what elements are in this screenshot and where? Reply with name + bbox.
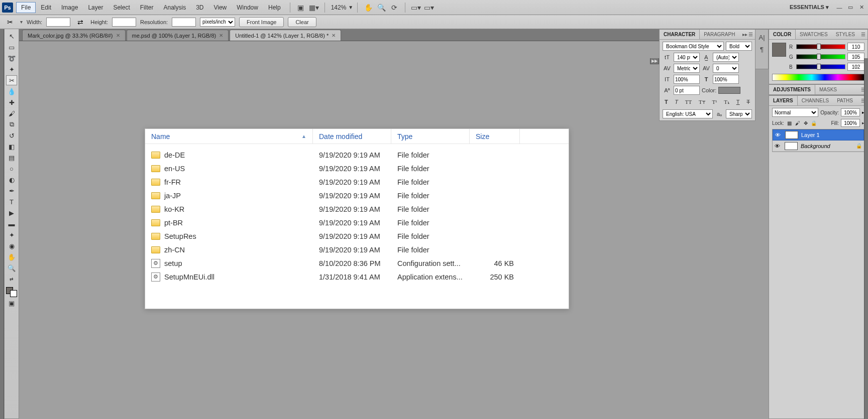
menu-image[interactable]: Image — [56, 2, 83, 13]
char-dock-icon[interactable]: A| — [757, 33, 767, 42]
view-extras-icon[interactable]: ▦▾ — [308, 3, 319, 13]
lang-select[interactable]: English: USA — [663, 109, 713, 118]
swap-icon[interactable]: ⇄ — [74, 17, 86, 28]
zoom-tool[interactable]: 🔍 — [6, 263, 17, 273]
zoom-level[interactable]: 142% — [331, 4, 347, 11]
tab-layers[interactable]: LAYERS — [769, 96, 798, 105]
arrange-icon[interactable]: ▭▾ — [410, 3, 421, 13]
shape-tool[interactable]: ▬ — [6, 219, 17, 229]
3d-camera-tool[interactable]: ◉ — [6, 241, 17, 251]
dodge-tool[interactable]: ◐ — [6, 175, 17, 185]
eraser-tool[interactable]: ◧ — [6, 142, 17, 152]
menu-view[interactable]: View — [208, 2, 232, 13]
tab-color[interactable]: COLOR — [769, 30, 796, 39]
menu-analysis[interactable]: Analysis — [158, 2, 191, 13]
para-dock-icon[interactable]: ¶ — [757, 45, 767, 54]
hscale-input[interactable] — [713, 75, 739, 84]
visibility-icon[interactable]: 👁 — [775, 132, 782, 138]
tab-channels[interactable]: CHANNELS — [798, 96, 833, 105]
width-input[interactable] — [46, 18, 70, 27]
close-icon[interactable]: ✕ — [116, 33, 120, 38]
g-slider[interactable] — [796, 54, 845, 59]
doc-tab-1[interactable]: me.psd @ 100% (Layer 1, RGB/8)✕ — [127, 30, 229, 41]
healing-tool[interactable]: ✚ — [6, 97, 17, 107]
layer-item[interactable]: 👁Background🔒 — [773, 141, 864, 152]
menu-select[interactable]: Select — [108, 2, 135, 13]
b-slider[interactable] — [796, 64, 845, 69]
menu-window[interactable]: Window — [232, 2, 263, 13]
tab-masks[interactable]: MASKS — [815, 85, 841, 94]
tab-paths[interactable]: PATHS — [833, 96, 857, 105]
brush-tool[interactable]: 🖌 — [6, 108, 17, 118]
path-select-tool[interactable]: ▶ — [6, 208, 17, 218]
menu-icon[interactable]: ☰ — [861, 32, 865, 37]
color-spectrum[interactable] — [772, 74, 864, 81]
pen-tool[interactable]: ✒ — [6, 186, 17, 196]
menu-3d[interactable]: 3D — [191, 2, 208, 13]
col-name[interactable]: Name▲ — [145, 129, 313, 144]
close-icon[interactable]: ✕ — [332, 33, 336, 38]
table-row[interactable]: pt-BR9/19/2020 9:19 AMFile folder — [145, 216, 569, 229]
kerning-select[interactable]: Metrics — [674, 64, 700, 73]
baseline-input[interactable] — [674, 86, 700, 95]
table-row[interactable]: fr-FR9/19/2020 9:19 AMFile folder — [145, 175, 569, 189]
units-select[interactable]: pixels/inch — [200, 18, 235, 27]
table-row[interactable]: en-US9/19/2020 9:19 AMFile folder — [145, 162, 569, 175]
color-swatches[interactable] — [6, 287, 17, 297]
tracking-select[interactable]: 0 — [713, 64, 739, 73]
table-row[interactable]: zh-CN9/19/2020 9:19 AMFile folder — [145, 243, 569, 256]
table-row[interactable]: ⚙setup8/10/2020 8:36 PMConfiguration set… — [145, 256, 569, 270]
rotate-icon[interactable]: ⟳ — [389, 3, 400, 13]
opacity-input[interactable] — [841, 108, 860, 116]
wand-tool[interactable]: ✦ — [6, 64, 17, 74]
col-size[interactable]: Size — [470, 129, 520, 144]
tab-swatches[interactable]: SWATCHES — [796, 30, 832, 39]
col-type[interactable]: Type — [391, 129, 470, 144]
foreground-swatch[interactable] — [772, 43, 786, 57]
front-image-button[interactable]: Front Image — [239, 17, 284, 27]
text-color-swatch[interactable] — [718, 87, 740, 94]
gradient-tool[interactable]: ▤ — [6, 153, 17, 163]
font-weight-select[interactable]: Bold — [726, 42, 752, 51]
strike-btn[interactable]: T — [746, 99, 750, 105]
menu-file[interactable]: File — [16, 2, 36, 13]
lock-transparent-icon[interactable]: ▦ — [786, 119, 793, 126]
tab-adjustments[interactable]: ADJUSTMENTS — [769, 85, 815, 94]
height-input[interactable] — [112, 18, 136, 27]
minimize-button[interactable]: — — [835, 4, 844, 12]
blend-mode-select[interactable]: Normal — [772, 108, 818, 117]
allcaps-btn[interactable]: TT — [685, 99, 692, 105]
table-row[interactable]: ⚙SetupMnEUi.dll1/31/2018 9:41 AMApplicat… — [145, 270, 569, 284]
font-size-select[interactable]: 140 pt — [674, 53, 700, 62]
hand-icon[interactable]: ✋ — [363, 3, 374, 13]
bridge-icon[interactable]: ▣ — [295, 3, 306, 13]
hand-tool[interactable]: ✋ — [6, 252, 17, 262]
tab-styles[interactable]: STYLES — [832, 30, 859, 39]
resolution-input[interactable] — [172, 18, 196, 27]
italic-btn[interactable]: T — [675, 99, 678, 105]
menu-help[interactable]: Help — [263, 2, 286, 13]
3d-tool[interactable]: ✦ — [6, 230, 17, 240]
history-brush-tool[interactable]: ↺ — [6, 130, 17, 141]
subscript-btn[interactable]: T₁ — [724, 99, 729, 105]
bold-btn[interactable]: T — [665, 99, 668, 105]
col-date[interactable]: Date modified — [313, 129, 391, 144]
move-tool[interactable]: ↖ — [6, 31, 17, 41]
b-value[interactable] — [847, 63, 864, 71]
tab-paragraph[interactable]: PARAGRAPH — [700, 30, 739, 39]
lock-position-icon[interactable]: ✥ — [802, 119, 809, 126]
r-value[interactable] — [847, 43, 864, 51]
smallcaps-btn[interactable]: Tᴛ — [699, 99, 705, 105]
close-icon[interactable]: ✕ — [219, 33, 223, 38]
font-family-select[interactable]: Bookman Old Style — [663, 42, 724, 51]
vscale-input[interactable] — [674, 75, 700, 84]
visibility-icon[interactable]: 👁 — [775, 143, 782, 149]
type-tool[interactable]: T — [6, 197, 17, 207]
crop-tool[interactable]: ✂ — [6, 75, 17, 85]
lock-pixels-icon[interactable]: 🖌 — [794, 119, 801, 126]
collapse-toggle-right[interactable]: ▶▶ — [650, 58, 659, 64]
swap-colors-icon[interactable]: ⇄ — [6, 274, 17, 284]
doc-tab-0[interactable]: Mark_color.jpg @ 33.3% (RGB/8#)✕ — [22, 30, 126, 41]
marquee-tool[interactable]: ▭ — [6, 42, 17, 52]
aa-select[interactable]: Sharp — [726, 109, 752, 118]
